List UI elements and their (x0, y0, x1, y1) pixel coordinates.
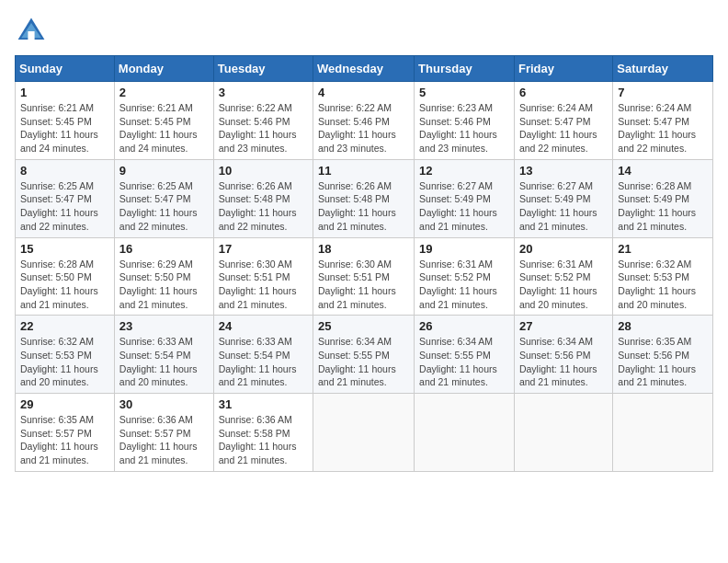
calendar-cell (313, 394, 415, 472)
day-number: 1 (20, 86, 109, 99)
day-info: Sunrise: 6:32 AM Sunset: 5:53 PM Dayligh… (618, 258, 708, 312)
day-info: Sunrise: 6:35 AM Sunset: 5:56 PM Dayligh… (618, 335, 708, 389)
header-row: SundayMondayTuesdayWednesdayThursdayFrid… (16, 56, 713, 82)
calendar-cell: 5Sunrise: 6:23 AM Sunset: 5:46 PM Daylig… (415, 82, 515, 160)
day-info: Sunrise: 6:25 AM Sunset: 5:47 PM Dayligh… (119, 179, 209, 234)
day-number: 16 (119, 242, 209, 256)
calendar-cell: 23Sunrise: 6:33 AM Sunset: 5:54 PM Dayli… (114, 316, 213, 394)
day-info: Sunrise: 6:24 AM Sunset: 5:47 PM Dayligh… (618, 101, 708, 155)
header-friday: Friday (514, 56, 612, 82)
calendar-table: SundayMondayTuesdayWednesdayThursdayFrid… (15, 55, 713, 472)
calendar-cell: 15Sunrise: 6:28 AM Sunset: 5:50 PM Dayli… (16, 237, 115, 316)
day-number: 24 (219, 319, 308, 333)
calendar-cell: 14Sunrise: 6:28 AM Sunset: 5:49 PM Dayli… (613, 159, 713, 237)
week-row-1: 1Sunrise: 6:21 AM Sunset: 5:45 PM Daylig… (16, 82, 713, 160)
day-number: 25 (318, 319, 409, 333)
calendar-cell: 26Sunrise: 6:34 AM Sunset: 5:55 PM Dayli… (415, 316, 515, 394)
day-number: 10 (219, 164, 308, 178)
day-number: 23 (119, 319, 209, 333)
day-number: 13 (519, 164, 608, 178)
day-info: Sunrise: 6:36 AM Sunset: 5:57 PM Dayligh… (119, 413, 209, 467)
day-info: Sunrise: 6:30 AM Sunset: 5:51 PM Dayligh… (318, 258, 409, 312)
day-number: 27 (519, 319, 608, 333)
day-number: 20 (519, 242, 608, 256)
day-number: 30 (119, 397, 209, 411)
week-row-5: 29Sunrise: 6:35 AM Sunset: 5:57 PM Dayli… (16, 394, 713, 472)
calendar-cell: 19Sunrise: 6:31 AM Sunset: 5:52 PM Dayli… (415, 237, 515, 316)
day-info: Sunrise: 6:27 AM Sunset: 5:49 PM Dayligh… (519, 179, 608, 234)
day-number: 17 (219, 242, 308, 256)
header-tuesday: Tuesday (213, 56, 313, 82)
calendar-cell: 30Sunrise: 6:36 AM Sunset: 5:57 PM Dayli… (114, 394, 213, 472)
day-number: 11 (318, 164, 409, 178)
day-number: 28 (618, 319, 708, 333)
day-info: Sunrise: 6:30 AM Sunset: 5:51 PM Dayligh… (219, 258, 308, 312)
day-info: Sunrise: 6:28 AM Sunset: 5:50 PM Dayligh… (20, 258, 109, 312)
day-number: 6 (519, 86, 608, 99)
header-saturday: Saturday (613, 56, 713, 82)
calendar-cell: 10Sunrise: 6:26 AM Sunset: 5:48 PM Dayli… (213, 159, 313, 237)
calendar-cell: 18Sunrise: 6:30 AM Sunset: 5:51 PM Dayli… (313, 237, 415, 316)
day-number: 3 (219, 86, 308, 99)
day-info: Sunrise: 6:21 AM Sunset: 5:45 PM Dayligh… (20, 101, 109, 155)
day-number: 29 (20, 397, 109, 411)
day-info: Sunrise: 6:34 AM Sunset: 5:56 PM Dayligh… (519, 335, 608, 389)
day-info: Sunrise: 6:22 AM Sunset: 5:46 PM Dayligh… (318, 101, 409, 155)
day-info: Sunrise: 6:24 AM Sunset: 5:47 PM Dayligh… (519, 101, 608, 155)
calendar-cell: 1Sunrise: 6:21 AM Sunset: 5:45 PM Daylig… (16, 82, 115, 160)
day-info: Sunrise: 6:36 AM Sunset: 5:58 PM Dayligh… (219, 413, 308, 467)
day-number: 7 (618, 86, 708, 99)
day-number: 2 (119, 86, 209, 99)
day-info: Sunrise: 6:35 AM Sunset: 5:57 PM Dayligh… (20, 413, 109, 467)
calendar-cell: 16Sunrise: 6:29 AM Sunset: 5:50 PM Dayli… (114, 237, 213, 316)
day-info: Sunrise: 6:34 AM Sunset: 5:55 PM Dayligh… (419, 335, 509, 389)
day-number: 14 (618, 164, 708, 178)
logo (15, 15, 51, 48)
day-number: 12 (419, 164, 509, 178)
calendar-cell: 21Sunrise: 6:32 AM Sunset: 5:53 PM Dayli… (613, 237, 713, 316)
calendar-cell: 25Sunrise: 6:34 AM Sunset: 5:55 PM Dayli… (313, 316, 415, 394)
day-number: 4 (318, 86, 409, 99)
calendar-cell: 27Sunrise: 6:34 AM Sunset: 5:56 PM Dayli… (514, 316, 612, 394)
day-number: 5 (419, 86, 509, 99)
day-number: 26 (419, 319, 509, 333)
day-info: Sunrise: 6:34 AM Sunset: 5:55 PM Dayligh… (318, 335, 409, 389)
week-row-4: 22Sunrise: 6:32 AM Sunset: 5:53 PM Dayli… (16, 316, 713, 394)
calendar-cell: 6Sunrise: 6:24 AM Sunset: 5:47 PM Daylig… (514, 82, 612, 160)
calendar-cell: 29Sunrise: 6:35 AM Sunset: 5:57 PM Dayli… (16, 394, 115, 472)
day-number: 15 (20, 242, 109, 256)
day-info: Sunrise: 6:33 AM Sunset: 5:54 PM Dayligh… (219, 335, 308, 389)
calendar-cell: 28Sunrise: 6:35 AM Sunset: 5:56 PM Dayli… (613, 316, 713, 394)
calendar-cell: 31Sunrise: 6:36 AM Sunset: 5:58 PM Dayli… (213, 394, 313, 472)
header-sunday: Sunday (16, 56, 115, 82)
calendar-cell: 17Sunrise: 6:30 AM Sunset: 5:51 PM Dayli… (213, 237, 313, 316)
day-info: Sunrise: 6:22 AM Sunset: 5:46 PM Dayligh… (219, 101, 308, 155)
day-number: 9 (119, 164, 209, 178)
day-number: 22 (20, 319, 109, 333)
calendar-cell: 13Sunrise: 6:27 AM Sunset: 5:49 PM Dayli… (514, 159, 612, 237)
day-info: Sunrise: 6:29 AM Sunset: 5:50 PM Dayligh… (119, 258, 209, 312)
page-header (15, 15, 713, 48)
logo-icon (15, 15, 48, 48)
calendar-cell: 20Sunrise: 6:31 AM Sunset: 5:52 PM Dayli… (514, 237, 612, 316)
day-number: 18 (318, 242, 409, 256)
day-number: 19 (419, 242, 509, 256)
day-info: Sunrise: 6:23 AM Sunset: 5:46 PM Dayligh… (419, 101, 509, 155)
calendar-cell: 24Sunrise: 6:33 AM Sunset: 5:54 PM Dayli… (213, 316, 313, 394)
header-monday: Monday (114, 56, 213, 82)
day-number: 31 (219, 397, 308, 411)
calendar-cell: 4Sunrise: 6:22 AM Sunset: 5:46 PM Daylig… (313, 82, 415, 160)
day-info: Sunrise: 6:26 AM Sunset: 5:48 PM Dayligh… (318, 179, 409, 234)
header-thursday: Thursday (415, 56, 515, 82)
day-info: Sunrise: 6:31 AM Sunset: 5:52 PM Dayligh… (419, 258, 509, 312)
day-number: 8 (20, 164, 109, 178)
day-info: Sunrise: 6:25 AM Sunset: 5:47 PM Dayligh… (20, 179, 109, 234)
calendar-cell: 2Sunrise: 6:21 AM Sunset: 5:45 PM Daylig… (114, 82, 213, 160)
calendar-cell (514, 394, 612, 472)
calendar-cell: 3Sunrise: 6:22 AM Sunset: 5:46 PM Daylig… (213, 82, 313, 160)
day-info: Sunrise: 6:31 AM Sunset: 5:52 PM Dayligh… (519, 258, 608, 312)
header-wednesday: Wednesday (313, 56, 415, 82)
day-info: Sunrise: 6:21 AM Sunset: 5:45 PM Dayligh… (119, 101, 209, 155)
calendar-cell: 9Sunrise: 6:25 AM Sunset: 5:47 PM Daylig… (114, 159, 213, 237)
calendar-cell: 11Sunrise: 6:26 AM Sunset: 5:48 PM Dayli… (313, 159, 415, 237)
